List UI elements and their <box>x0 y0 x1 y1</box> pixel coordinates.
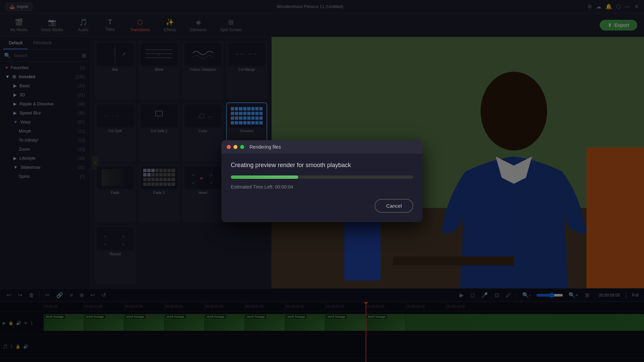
dialog-titlebar: Rendering files <box>221 140 423 154</box>
dialog-dot-green[interactable] <box>240 145 244 149</box>
dialog-dot-red[interactable] <box>227 145 231 149</box>
dialog-message: Creating preview render for smooth playb… <box>231 162 413 169</box>
dialog-actions: Cancel <box>231 199 413 213</box>
progress-bar-bg <box>231 175 413 179</box>
dialog-title: Rendering files <box>250 144 281 150</box>
dialog-dot-yellow[interactable] <box>233 145 237 149</box>
dialog-overlay: Rendering files Creating preview render … <box>0 0 644 362</box>
estimated-time: Estimated Time Left: 00:00:04 <box>231 184 413 190</box>
dialog-body: Creating preview render for smooth playb… <box>221 154 423 222</box>
progress-bar-fill <box>231 175 298 179</box>
rendering-dialog: Rendering files Creating preview render … <box>221 140 423 222</box>
cancel-button[interactable]: Cancel <box>375 199 413 213</box>
